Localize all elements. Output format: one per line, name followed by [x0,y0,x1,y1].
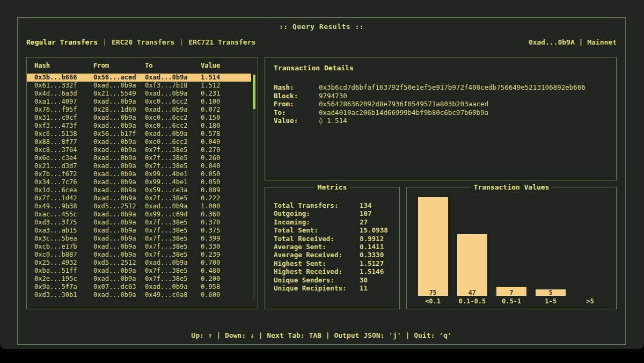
detail-field: Hash:0x3b6cd7d6bfaf163792f50e1ef5e917b97… [274,83,608,92]
table-cell: 0x7f...38e5 [145,194,201,202]
table-row[interactable]: 0x6e...c3e40xad...0b9a0x7f...38e50.260 [27,154,251,162]
table-cell: 0.040 [201,162,251,170]
table-row[interactable]: 0xd3...3f750xad...0b9a0x7f...38e50.370 [27,219,251,227]
table-row[interactable]: 0x3b...b6660x56...aced0xad...0b9a1.514 [27,74,251,82]
table-cell: 0xc0...6cc2 [145,98,201,106]
table-cell: 1.514 [201,74,251,82]
metric-label: Total Received: [274,235,360,243]
table-cell: 0xad...0b9a [93,114,145,122]
table-cell: 0xac...455c [34,210,93,219]
table-row[interactable]: 0xc6...51380x56...b17f0xad...0b9a0.578 [27,130,251,138]
table-cell: 0x31...c9cf [34,114,93,122]
table-row[interactable]: 0x88...8f770xad...0b9a0xc0...6cc20.040 [27,138,251,146]
terminal-window: :: Query Results :: Regular Transfers|ER… [0,0,644,349]
table-row[interactable]: 0xba...51ff0xad...0b9a0x7f...38e50.480 [27,267,251,275]
table-row[interactable]: 0xa1...40970xad...0b9a0xc0...6cc20.100 [27,98,251,106]
tab-erc20-transfers[interactable]: ERC20 Transfers [112,38,174,46]
table-cell: 0.700 [201,259,251,267]
table-header: HashFromToValue [27,62,251,69]
detail-field: Block:9794730 [274,92,608,100]
table-row[interactable]: 0xcb...e17b0xad...0b9a0x7f...38e50.330 [27,243,251,251]
metrics-list: Total Transfers:134Outgoing:107Incoming:… [274,201,391,292]
top-bar: Regular Transfers|ERC20 Transfers|ERC721… [18,38,625,46]
table-row[interactable]: 0x76...f95f0x28...1d600xad...0b9a0.072 [27,106,251,114]
bar-slot: 7 [492,287,531,296]
table-row[interactable]: 0x2e...195c0xad...0b9a0x7f...38e50.200 [27,275,251,283]
column-header-hash: Hash [34,62,93,69]
scrollbar-thumb[interactable] [253,75,255,109]
table-cell: 0.089 [201,186,251,194]
table-cell: 0x59...ce3a [145,186,201,194]
table-cell: 0xad...0b9a [93,82,145,90]
tab-regular-transfers[interactable]: Regular Transfers [26,38,98,46]
table-cell: 0xf3...473f [34,122,93,130]
detail-label: Value: [274,117,319,125]
table-cell: 0xc0...6cc2 [145,138,201,146]
table-row[interactable]: 0x1d...6cea0xad...0b9a0x59...ce3a0.089 [27,186,251,194]
metric-value: 15.0938 [360,226,391,234]
metric-row: Highest Received:1.5146 [274,267,391,275]
table-cell: 0.260 [201,154,251,162]
table-cell: 0xad...0b9a [145,283,201,291]
tab-erc721-transfers[interactable]: ERC721 Transfers [188,38,255,46]
metric-label: Total Sent: [274,226,360,234]
table-row[interactable]: 0xd3...30b10xad...0b9a0x49...c0a80.600 [27,291,251,299]
table-cell: 0xad...0b9a [93,227,145,235]
table-cell: 0x7f...38e5 [145,275,201,283]
table-cell: 0x3c...5bea [34,235,93,243]
table-cell: 0xad...0b9a [93,275,145,283]
table-cell: 0.375 [201,227,251,235]
table-cell: 0.330 [201,243,251,251]
metrics-panel: Metrics Total Transfers:134Outgoing:107I… [265,187,400,309]
detail-value: ⟠ 1.514 [319,117,608,125]
x-axis-label: >5 [570,297,610,305]
table-cell: 0xad...0b9a [145,74,201,82]
bottom-row: Metrics Total Transfers:134Outgoing:107I… [265,187,617,309]
table-cell: 0x99...4be1 [145,170,201,178]
metric-value: 11 [360,284,391,292]
table-row[interactable]: 0x34...7c760xad...0b9a0x99...4be10.050 [27,178,251,186]
table-row[interactable]: 0x61...332f0xad...0b9a0xf3...7b181.512 [27,82,251,90]
table-row[interactable]: 0x31...c9cf0xad...0b9a0xc0...6cc20.150 [27,114,251,122]
metric-row: Average Received:0.3330 [274,251,391,259]
detail-value: 9794730 [319,92,608,100]
table-cell: 0xd5...2512 [93,202,145,210]
table-row[interactable]: 0xf3...473f0xad...0b9a0xc0...6cc20.180 [27,122,251,130]
table-cell: 0x9a...5f7a [34,283,93,291]
transfers-table-panel: HashFromToValue 0x3b...b6660x56...aced0x… [26,57,258,309]
table-cell: 0xad...0b9a [93,219,145,227]
table-row[interactable]: 0x3c...5bea0xad...0b9a0x7f...38e50.399 [27,235,251,243]
table-row[interactable]: 0x7f...1d420xad...0b9a0x7f...38e50.222 [27,194,251,202]
table-row[interactable]: 0xc0...b8870xad...0b9a0x7f...38e50.239 [27,251,251,259]
table-cell: 0x7f...38e5 [145,154,201,162]
detail-label: To: [274,108,319,117]
table-row[interactable]: 0x21...d3d70xad...0b9a0x7f...38e50.040 [27,162,251,170]
table-cell: 0xad...0b9a [145,106,201,114]
table-cell: 0xad...0b9a [93,235,145,243]
table-row[interactable]: 0x9a...5f7a0x07...dc630xad...0b9a0.958 [27,283,251,291]
table-row[interactable]: 0xac...455c0xad...0b9a0x99...c69d0.360 [27,210,251,219]
table-cell: 0xd3...3f75 [34,219,93,227]
account-network-label: 0xad...0b9A | Mainnet [529,38,617,46]
bar-value-label: 47 [457,289,487,296]
detail-value: 0x564286362092d8e7936f0549571a803b203aac… [319,100,608,108]
bar-slot: 47 [452,234,492,296]
table-row[interactable]: 0x25...49320xd5...25120xad...0b9a0.700 [27,259,251,267]
tab-separator: | [103,38,107,46]
app-frame: :: Query Results :: Regular Transfers|ER… [17,17,626,345]
main-content: HashFromToValue 0x3b...b6660x56...aced0x… [18,57,625,309]
table-row[interactable]: 0x49...9b380xd5...25120xad...0b9a1.000 [27,202,251,210]
table-row[interactable]: 0x7b...f6720xad...0b9a0x99...4be10.050 [27,170,251,178]
detail-field: To:0xad4010ac206b14d66999b4bf9b80c6bc97b… [274,108,608,117]
table-row[interactable]: 0x4d...6a3d0x21...55490xad...0b9a0.231 [27,90,251,98]
table-cell: 0xd3...30b1 [34,291,93,299]
table-cell: 0x61...332f [34,82,93,90]
scrollbar[interactable] [253,75,255,300]
metric-label: Highest Sent: [274,259,360,267]
table-cell: 0.150 [201,114,251,122]
table-row[interactable]: 0xa3...ab150xad...0b9a0x7f...38e50.375 [27,227,251,235]
histogram-bar: 5 [536,289,566,296]
table-row[interactable]: 0xc8...37640xad...0b9a0x7f...38e50.270 [27,146,251,154]
table-cell: 0x07...dc63 [93,283,145,291]
table-cell: 1.000 [201,202,251,210]
